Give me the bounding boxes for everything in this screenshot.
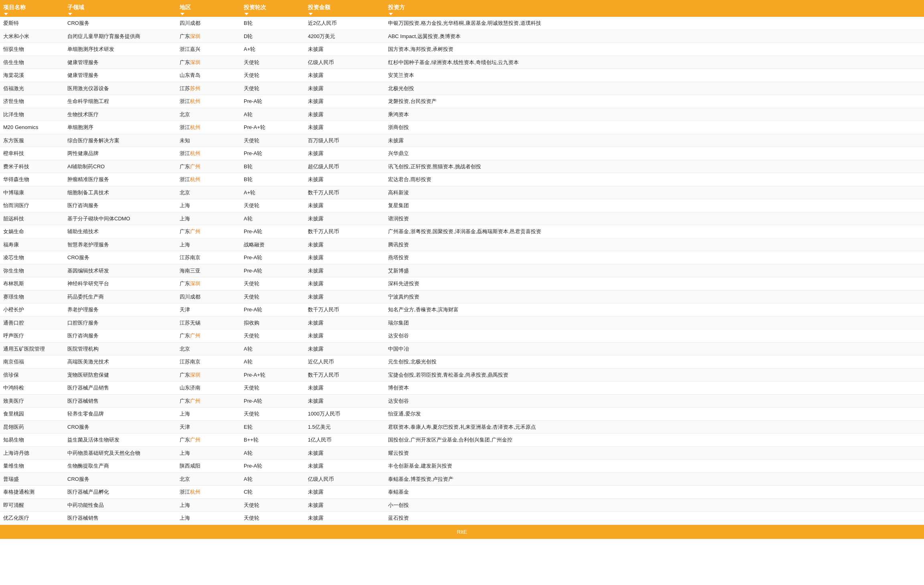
table-row: 凌芯生物CRO服务江苏南京Pre-A轮未披露燕塔投资 xyxy=(0,251,924,264)
region-city-link[interactable]: 深圳 xyxy=(190,59,200,65)
cell-round: A轮 xyxy=(241,446,305,460)
region-city-link[interactable]: 深圳 xyxy=(190,280,200,286)
cell-amount: 未披露 xyxy=(305,381,385,395)
region-city-link[interactable]: 深圳 xyxy=(190,372,200,378)
region-city-link[interactable]: 广州 xyxy=(190,333,200,339)
cell-round: Pre-A轮 xyxy=(241,147,305,160)
cell-project-name: 小橙长护 xyxy=(0,303,64,317)
cell-round: B轮 xyxy=(241,173,305,186)
filter-arrow-domain[interactable] xyxy=(68,13,72,15)
table-row: 怡而润医疗医疗咨询服务上海天使轮未披露复星集团 xyxy=(0,199,924,212)
region-city-link[interactable]: 杭州 xyxy=(190,124,200,130)
cell-round: 天使轮 xyxy=(241,277,305,290)
header-amount-label: 投资金额 xyxy=(308,4,330,10)
region-city-link[interactable]: 广州 xyxy=(190,228,200,234)
cell-project-name: 爱斯特 xyxy=(0,17,64,30)
cell-amount: 近亿人民币 xyxy=(305,355,385,369)
filter-arrow-region[interactable] xyxy=(180,13,184,15)
filter-arrow-amount[interactable] xyxy=(309,13,313,15)
cell-round: B轮 xyxy=(241,160,305,173)
cell-region: 北京 xyxy=(176,108,241,121)
region-province: 广东 xyxy=(180,437,190,443)
cell-domain: 生物技术医疗 xyxy=(64,108,176,121)
region-province: 广东 xyxy=(180,398,190,404)
cell-round: Pre-A+轮 xyxy=(241,121,305,134)
cell-round: Pre-A轮 xyxy=(241,264,305,277)
cell-investor: 广州基金,浙粤投资,国聚投资,泽润基金,磊梅瑞斯资本,邑君贡喜投资 xyxy=(385,225,924,238)
region-city-link[interactable]: 杭州 xyxy=(190,489,200,495)
table-row: 女娲生命辅助生殖技术广东广州Pre-A轮数千万人民币广州基金,浙粤投资,国聚投资… xyxy=(0,225,924,238)
region-city-link[interactable]: 苏州 xyxy=(190,85,200,91)
region-city-link[interactable]: 杭州 xyxy=(190,150,200,156)
region-city-link[interactable]: 杭州 xyxy=(190,98,200,104)
cell-investor: 小一创投 xyxy=(385,498,924,512)
table-row: 倍生生物健康管理服务广东深圳天使轮亿级人民币红杉中国种子基金,绿洲资本,线性资本… xyxy=(0,56,924,69)
table-row: 昆翎医药CRO服务天津E轮1.5亿美元君联资本,泰康人寿,夏尔巴投资,礼来亚洲基… xyxy=(0,420,924,434)
cell-project-name: 致美医疗 xyxy=(0,394,64,407)
header-investor[interactable]: 投资方 xyxy=(385,0,924,17)
cell-round: 天使轮 xyxy=(241,69,305,82)
cell-project-name: 女娲生命 xyxy=(0,225,64,238)
cell-investor: 瑞尔集团 xyxy=(385,316,924,329)
cell-project-name: 呼声医疗 xyxy=(0,329,64,343)
cell-round: A轮 xyxy=(241,108,305,121)
table-row: 即可清醒中药功能性食品上海天使轮未披露小一创投 xyxy=(0,498,924,512)
header-name[interactable]: 项目名称 xyxy=(0,0,64,17)
cell-domain: 健康管理服务 xyxy=(64,56,176,69)
cell-round: C轮 xyxy=(241,486,305,499)
cell-domain: 口腔医疗服务 xyxy=(64,316,176,329)
cell-investor: 北极光创投 xyxy=(385,82,924,95)
region-city-link[interactable]: 广州 xyxy=(190,437,200,443)
cell-amount: 未披露 xyxy=(305,498,385,512)
cell-investor: 中国中冶 xyxy=(385,342,924,355)
cell-region: 浙江杭州 xyxy=(176,173,241,186)
filter-arrow-round[interactable] xyxy=(245,13,249,15)
cell-project-name: 泰格捷通检测 xyxy=(0,486,64,499)
cell-round: A+轮 xyxy=(241,43,305,56)
cell-project-name: 倍生生物 xyxy=(0,56,64,69)
table-row: 比洋生物生物技术医疗北京A轮未披露乘鸿资本 xyxy=(0,108,924,121)
cell-investor: 元生创投,北极光创投 xyxy=(385,355,924,369)
table-row: 南京佰福高端医美激光技术江苏南京A轮近亿人民币元生创投,北极光创投 xyxy=(0,355,924,369)
header-domain[interactable]: 子领域 xyxy=(64,0,176,17)
cell-round: 天使轮 xyxy=(241,56,305,69)
cell-amount: 未披露 xyxy=(305,342,385,355)
cell-investor: 国方资本,海邦投资,承树投资 xyxy=(385,43,924,56)
cell-region: 浙江杭州 xyxy=(176,95,241,108)
cell-domain: CRO服务 xyxy=(64,420,176,434)
region-province: 广东 xyxy=(180,59,190,65)
cell-region: 上海 xyxy=(176,212,241,225)
cell-region: 未知 xyxy=(176,134,241,147)
cell-project-name: 怡而润医疗 xyxy=(0,199,64,212)
region-city-link[interactable]: 杭州 xyxy=(190,176,200,182)
header-round[interactable]: 投资轮次 xyxy=(241,0,305,17)
cell-amount: 近2亿人民币 xyxy=(305,17,385,30)
cell-amount: 未披露 xyxy=(305,316,385,329)
region-city-link[interactable]: 广州 xyxy=(190,163,200,169)
cell-domain: 中药功能性食品 xyxy=(64,498,176,512)
header-investor-label: 投资方 xyxy=(388,4,405,10)
header-region[interactable]: 地区 xyxy=(176,0,241,17)
cell-amount: 未披露 xyxy=(305,394,385,407)
region-city-link[interactable]: 广州 xyxy=(190,398,200,404)
table-row: 中博瑞康细胞制备工具技术北京A+轮数千万人民币高科新浚 xyxy=(0,186,924,199)
cell-investor: 未披露 xyxy=(385,134,924,147)
cell-amount: 未披露 xyxy=(305,486,385,499)
cell-project-name: 赛璟生物 xyxy=(0,290,64,303)
cell-round: Pre-A+轮 xyxy=(241,368,305,381)
table-row: 韶远科技基于分子砌块中间体CDMO上海A轮未披露谱润投资 xyxy=(0,212,924,225)
region-city-link[interactable]: 深圳 xyxy=(190,33,200,39)
cell-project-name: 中博瑞康 xyxy=(0,186,64,199)
cell-investor: 谱润投资 xyxy=(385,212,924,225)
header-amount[interactable]: 投资金额 xyxy=(305,0,385,17)
cell-project-name: 福寿康 xyxy=(0,238,64,251)
region-province: 浙江 xyxy=(180,150,190,156)
cell-amount: 未披露 xyxy=(305,264,385,277)
table-row: M20 Genomics单细胞测序浙江杭州Pre-A+轮未披露浙商创投 xyxy=(0,121,924,134)
cell-investor: 艾新博盛 xyxy=(385,264,924,277)
filter-arrow-name[interactable] xyxy=(4,13,8,15)
filter-arrow-investor[interactable] xyxy=(389,13,393,15)
cell-region: 山东青岛 xyxy=(176,69,241,82)
region-province: 浙江 xyxy=(180,176,190,182)
table-row: 优乙化医疗医疗器械销售上海天使轮未披露蓝石投资 xyxy=(0,512,924,525)
